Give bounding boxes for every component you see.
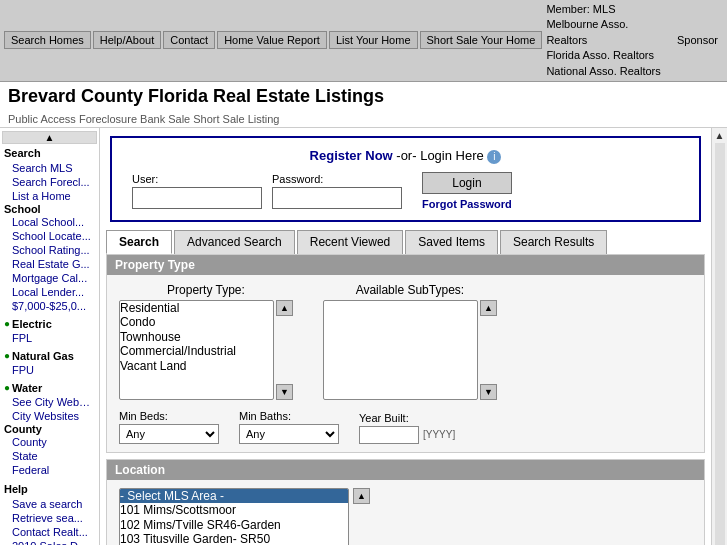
type-commercial[interactable]: Commercial/Industrial <box>120 344 273 358</box>
filter-row: Min Beds: Any 1 2 3 4 5+ Min Baths: <box>119 410 692 444</box>
type-label: Property Type: <box>119 283 293 297</box>
sidebar-contact-realt[interactable]: Contact Realt... <box>0 525 99 539</box>
min-baths-select[interactable]: Any 1 2 3 4 5+ <box>239 424 339 444</box>
sidebar-federal[interactable]: Federal <box>0 463 99 477</box>
sidebar-electric-section: ● Electric FPL <box>0 317 99 345</box>
sidebar-local-school[interactable]: Local School... <box>0 215 99 229</box>
sidebar-search-section: Search Search MLS Search Forecl... List … <box>0 145 99 313</box>
login-button[interactable]: Login <box>422 172 512 194</box>
year-hint: [YYYY] <box>423 429 455 440</box>
or-label: -or- <box>396 148 420 163</box>
year-built-input[interactable] <box>359 426 419 444</box>
sidebar-school-rating[interactable]: School Rating... <box>0 243 99 257</box>
location-content: - Select MLS Area - 101 Mims/Scottsmoor … <box>107 480 704 545</box>
search-homes-btn[interactable]: Search Homes <box>4 31 91 49</box>
sidebar-gas-section: ● Natural Gas FPU <box>0 349 99 377</box>
home-value-btn[interactable]: Home Value Report <box>217 31 327 49</box>
sidebar-water-section: ● Water See City Websit... City Websites… <box>0 381 99 477</box>
page-title: Brevard County Florida Real Estate Listi… <box>0 82 727 111</box>
tab-search[interactable]: Search <box>106 230 172 254</box>
property-content: Property Type: Residential Condo Townhou… <box>107 275 704 452</box>
info-icon[interactable]: i <box>487 150 501 164</box>
sidebar-county[interactable]: County <box>0 435 99 449</box>
login-fields: User: Password: Login Forgot Password <box>132 172 679 210</box>
property-type-list[interactable]: Residential Condo Townhouse Commercial/I… <box>119 300 274 400</box>
breadcrumb: Public Access Foreclosure Bank Sale Shor… <box>0 111 727 128</box>
type-townhouse[interactable]: Townhouse <box>120 330 273 344</box>
login-actions: Login Forgot Password <box>422 172 512 210</box>
member-info: Member: MLS Melbourne Asso. Realtors Flo… <box>546 2 670 79</box>
type-residential[interactable]: Residential <box>120 301 273 315</box>
user-field-group: User: <box>132 173 262 209</box>
sidebar-save-search[interactable]: Save a search <box>0 497 99 511</box>
mls-select-label[interactable]: - Select MLS Area - <box>120 489 348 503</box>
sidebar-school-label: School <box>0 203 99 215</box>
login-title: Register Now -or- Login Here i <box>132 148 679 164</box>
min-baths-group: Min Baths: Any 1 2 3 4 5+ <box>239 410 339 444</box>
subtype-scroll-up[interactable]: ▲ <box>480 300 497 316</box>
list-home-btn[interactable]: List Your Home <box>329 31 418 49</box>
register-label[interactable]: Register Now <box>310 148 393 163</box>
tabs-bar: Search Advanced Search Recent Viewed Sav… <box>106 230 705 254</box>
min-beds-select[interactable]: Any 1 2 3 4 5+ <box>119 424 219 444</box>
mls-103[interactable]: 103 Titusville Garden- SR50 <box>120 532 348 545</box>
contact-btn[interactable]: Contact <box>163 31 215 49</box>
sidebar-mortgage[interactable]: Mortgage Cal... <box>0 271 99 285</box>
type-vacant[interactable]: Vacant Land <box>120 359 273 373</box>
login-box: Register Now -or- Login Here i User: Pas… <box>110 136 701 222</box>
bullet-gas: ● <box>4 350 10 361</box>
sidebar-retrieve-search[interactable]: Retrieve sea... <box>0 511 99 525</box>
sidebar-list-home[interactable]: List a Home <box>0 189 99 203</box>
type-scroll-up[interactable]: ▲ <box>276 300 293 316</box>
sponsor-area: Sponsor <box>672 31 723 49</box>
sidebar-price-range[interactable]: $7,000-$25,0... <box>0 299 99 313</box>
sidebar-water-title: Water <box>12 382 42 394</box>
subtype-list[interactable] <box>323 300 478 400</box>
type-condo[interactable]: Condo <box>120 315 273 329</box>
user-label: User: <box>132 173 262 185</box>
sidebar-search-forecl[interactable]: Search Forecl... <box>0 175 99 189</box>
sidebar-electric-title: Electric <box>12 318 52 330</box>
location-section: Location - Select MLS Area - 101 Mims/Sc… <box>106 459 705 545</box>
user-input[interactable] <box>132 187 262 209</box>
sidebar-school-locate[interactable]: School Locate... <box>0 229 99 243</box>
mls-102[interactable]: 102 Mims/Tville SR46-Garden <box>120 518 348 532</box>
subtype-scroll-down[interactable]: ▼ <box>480 384 497 400</box>
short-sale-btn[interactable]: Short Sale Your Home <box>420 31 543 49</box>
year-built-group: Year Built: [YYYY] <box>359 412 455 444</box>
main-content: Register Now -or- Login Here i User: Pas… <box>100 128 711 545</box>
sidebar-fpl[interactable]: FPL <box>0 331 99 345</box>
sidebar-state[interactable]: State <box>0 449 99 463</box>
tab-results[interactable]: Search Results <box>500 230 607 254</box>
login-here-label: Login Here <box>420 148 484 163</box>
tab-recent[interactable]: Recent Viewed <box>297 230 404 254</box>
password-label: Password: <box>272 173 402 185</box>
password-input[interactable] <box>272 187 402 209</box>
right-scrollbar: ▲ ▼ <box>711 128 727 545</box>
sidebar-gas-title: Natural Gas <box>12 350 74 362</box>
sidebar-city-website[interactable]: See City Websit... <box>0 395 99 409</box>
mls-scroll-up[interactable]: ▲ <box>353 488 370 504</box>
tab-advanced[interactable]: Advanced Search <box>174 230 295 254</box>
sidebar-search-mls[interactable]: Search MLS <box>0 161 99 175</box>
sidebar-city-websites[interactable]: City Websites <box>0 409 99 423</box>
property-type-grid: Property Type: Residential Condo Townhou… <box>119 283 692 400</box>
bullet-water: ● <box>4 382 10 393</box>
help-about-btn[interactable]: Help/About <box>93 31 161 49</box>
sidebar-local-lender[interactable]: Local Lender... <box>0 285 99 299</box>
type-scroll-down[interactable]: ▼ <box>276 384 293 400</box>
tab-saved[interactable]: Saved Items <box>405 230 498 254</box>
scroll-up-arrow[interactable]: ▲ <box>715 130 725 141</box>
sidebar-scroll-up[interactable]: ▲ <box>2 131 97 144</box>
mls-area-list[interactable]: - Select MLS Area - 101 Mims/Scottsmoor … <box>119 488 349 545</box>
subtype-label: Available SubTypes: <box>323 283 497 297</box>
forgot-password-link[interactable]: Forgot Password <box>422 198 512 210</box>
sidebar-help-title: Help <box>0 481 99 497</box>
property-type-col: Property Type: Residential Condo Townhou… <box>119 283 293 400</box>
sidebar-fpu[interactable]: FPU <box>0 363 99 377</box>
sidebar-real-estate[interactable]: Real Estate G... <box>0 257 99 271</box>
sidebar-sales-data[interactable]: 2010 Sales D... <box>0 539 99 545</box>
min-beds-group: Min Beds: Any 1 2 3 4 5+ <box>119 410 219 444</box>
mls-101[interactable]: 101 Mims/Scottsmoor <box>120 503 348 517</box>
sidebar-county-label: County <box>0 423 99 435</box>
